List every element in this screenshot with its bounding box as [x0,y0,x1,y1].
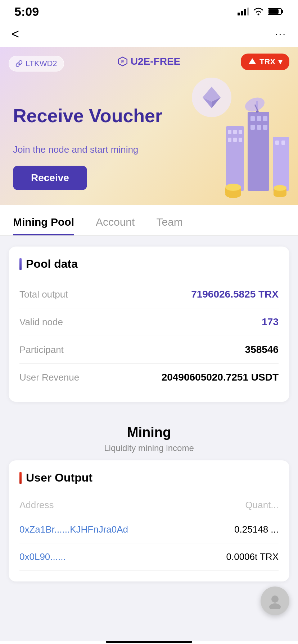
participant-label: Participant [19,344,64,355]
svg-rect-28 [263,125,267,130]
svg-rect-15 [226,126,244,191]
signal-icon [238,8,249,15]
svg-point-35 [225,184,241,191]
svg-rect-7 [282,10,283,13]
tron-button[interactable]: TRX ▾ [241,54,289,70]
city-illustration [154,69,298,205]
home-indicator [106,641,192,643]
svg-text:E: E [121,59,124,64]
svg-rect-6 [268,9,279,14]
banner-tag-text: LTKWD2 [26,59,57,68]
link-icon [15,60,23,67]
receive-button[interactable]: Receive [13,166,87,190]
banner-logo: E U2E-FREE [118,56,180,67]
svg-rect-22 [248,112,269,191]
banner-subtitle: Join the node and start mining [13,144,138,155]
card-title-bar [19,258,22,270]
tron-logo-icon [248,58,257,66]
svg-rect-0 [238,13,240,15]
battery-icon [268,8,284,15]
status-icons [238,7,284,16]
valid-node-label: Valid node [19,317,63,328]
mining-subtitle: Liquidity mining income [9,443,289,453]
svg-rect-16 [228,130,231,134]
svg-rect-18 [239,130,242,134]
data-row-valid-node: Valid node 173 [19,308,279,336]
svg-rect-20 [233,138,237,142]
address-header: Address [19,500,54,511]
user-output-card: User Output Address Quant... 0xZa1Br....… [9,460,289,581]
svg-point-4 [258,14,259,15]
quantity-header: Quant... [245,500,279,511]
valid-node-value: 173 [262,316,279,328]
wifi-icon [253,7,264,16]
quantity-1: 0.25148 ... [234,524,279,535]
tab-account[interactable]: Account [96,205,135,235]
status-time: 5:09 [14,5,39,19]
address-2: 0x0L90...... [19,551,66,562]
back-button[interactable]: < [12,27,19,42]
svg-rect-17 [233,130,237,134]
user-output-title-bar [19,472,22,484]
svg-point-42 [269,603,281,609]
data-row-total-output: Total output 7196026.5825 TRX [19,281,279,308]
avatar-float[interactable] [261,586,289,615]
table-row: 0x0L90...... 0.0006t TRX [19,543,279,571]
user-avatar-icon [267,593,283,609]
mining-section: Mining Liquidity mining income [9,410,289,460]
table-row: 0xZa1Br......KJHFnJra0Ad 0.25148 ... [19,516,279,543]
logo-icon: E [118,56,128,66]
svg-rect-1 [241,11,243,15]
bottom-bar [0,641,298,644]
table-header: Address Quant... [19,494,279,516]
quantity-2: 0.0006t TRX [226,551,279,562]
svg-rect-30 [273,137,289,191]
nav-bar: < ··· [0,22,298,47]
banner: LTKWD2 E U2E-FREE TRX ▾ [0,47,298,205]
user-revenue-value: 20490605020.7251 USDT [162,372,279,383]
tab-mining-pool[interactable]: Mining Pool [13,205,74,235]
status-bar: 5:09 [0,0,298,22]
mining-title: Mining [9,425,289,440]
data-row-participant: Participant 358546 [19,336,279,364]
tron-chevron: ▾ [278,57,282,66]
svg-rect-25 [263,116,267,121]
svg-point-41 [271,595,279,603]
svg-rect-27 [257,125,261,130]
svg-rect-24 [257,116,261,121]
pool-data-card: Pool data Total output 7196026.5825 TRX … [9,247,289,402]
data-row-user-revenue: User Revenue 20490605020.7251 USDT [19,364,279,391]
total-output-label: Total output [19,289,68,300]
total-output-value: 7196026.5825 TRX [191,289,279,300]
svg-rect-19 [228,138,231,142]
banner-logo-text: U2E-FREE [131,56,180,67]
svg-rect-2 [244,9,246,15]
svg-point-38 [274,185,286,191]
pool-data-title: Pool data [19,257,279,271]
svg-rect-23 [250,116,255,121]
tabs-container: Mining Pool Account Team [0,205,298,236]
svg-marker-10 [249,58,256,64]
svg-rect-31 [275,141,279,145]
tab-team[interactable]: Team [156,205,182,235]
content-area: Pool data Total output 7196026.5825 TRX … [0,236,298,592]
banner-title: Receive Voucher [13,105,162,127]
address-1: 0xZa1Br......KJHFnJra0Ad [19,524,128,535]
svg-rect-26 [250,125,255,130]
svg-rect-3 [247,8,249,15]
participant-value: 358546 [245,344,279,355]
user-output-title: User Output [19,471,279,484]
more-button[interactable]: ··· [275,28,286,40]
banner-tag: LTKWD2 [9,56,64,72]
svg-rect-21 [239,138,242,142]
svg-rect-32 [281,141,285,145]
user-revenue-label: User Revenue [19,372,79,383]
tron-label: TRX [259,57,275,66]
